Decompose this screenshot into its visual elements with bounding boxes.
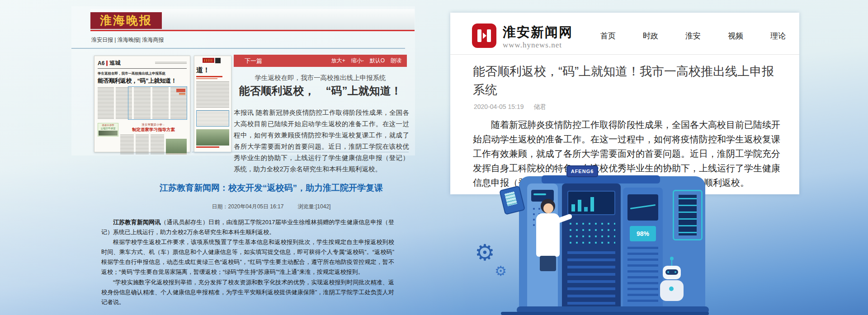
font-smaller-button[interactable]: 缩小-	[351, 57, 364, 65]
mini-headline-fragment: 道！	[196, 66, 229, 75]
article-toolbar: 下一篇 放大+ 缩小- 默认O 朗读	[234, 55, 407, 67]
section-name: 巡城	[109, 59, 120, 67]
related-article-link[interactable]: 江苏教育新闻网：校友开发“返校码”，助力淮工院开学复课	[113, 182, 429, 194]
article-bottom-rule	[192, 152, 409, 152]
second-article-school: 淮安市繁荣小学：	[120, 123, 187, 127]
mini-photo-blur	[196, 129, 229, 146]
masthead-underline	[90, 30, 415, 31]
view-count: 浏览量:[1042]	[298, 203, 331, 210]
nav-item-theory[interactable]: 理论	[770, 31, 786, 41]
article-headline: 能否顺利返校， “码”上就知道！	[234, 84, 407, 98]
machine-label: AFENG6	[566, 165, 598, 177]
indicator-lights	[567, 221, 615, 247]
font-default-button[interactable]: 默认O	[370, 57, 385, 65]
print-subtitle: 学生返校在即，我市一高校推出线上申报系统	[98, 71, 187, 76]
masthead-logo: 淮海晚报	[90, 12, 162, 29]
second-article-title: 制定居家学习指导方案	[120, 127, 187, 133]
paragraph: 根据学校学生返校工作要求，该项系统预置了学生基本信息和返校报到批次，学生按规定自…	[101, 237, 394, 277]
print-headline: 能否顺利返校，“码”上就知道！	[98, 77, 187, 85]
card-article-date: 2020-04-05 15:19	[474, 103, 524, 110]
card-article-title: 能否顺利返校，“码”上就知道！我市一高校推出线上申报系统	[473, 62, 779, 99]
side-monitor	[673, 190, 703, 240]
nav-item-huaian[interactable]: 淮安	[685, 31, 701, 41]
print-body-columns	[98, 87, 187, 119]
section-number: A6	[98, 60, 104, 66]
tech-illustration: AFENG6 98% ⚙ ⚙	[474, 163, 709, 315]
page-canvas: 淮海晚报 淮安日报 | 淮海晚报| 淮海商报 A6 巡城 学生返校在即，我市一高…	[0, 0, 868, 315]
section-divider	[106, 61, 108, 66]
site-logo-icon[interactable]	[472, 24, 496, 48]
bottom-article-body: 江苏教育新闻网讯（通讯员郝存生）日前，由淮阴工学院2017届毕业生徐维林捐赠的学…	[101, 217, 394, 307]
font-larger-button[interactable]: 放大+	[331, 57, 345, 65]
nav-item-video[interactable]: 视频	[728, 31, 743, 41]
nav-item-politics[interactable]: 时政	[643, 31, 658, 41]
badge-photo-blur	[99, 131, 118, 136]
newspaper-section-header: A6 巡城	[98, 59, 187, 67]
article-body: 本报讯 随着新冠肺炎疫情防控工作取得阶段性成果，全国各大高校目前已陆续开始启动学…	[234, 107, 409, 175]
mini-highlight-box	[196, 110, 229, 127]
nav-item-home[interactable]: 首页	[600, 31, 616, 41]
article-date: 日期：2020年04月05日 16:17	[212, 203, 284, 210]
second-article: 停课不停学 云端空中课堂 淮安市繁荣小学： 制定居家学习指导方案	[98, 123, 187, 155]
card-separator	[450, 54, 799, 55]
inline-image-blur	[176, 89, 185, 92]
article-subtitle: 学生返校在即，我市一高校推出线上申报系统	[234, 74, 407, 82]
gear-icon: ⚙	[495, 263, 507, 279]
paragraph: “学校实施数字化返校报到举措，充分发挥了校友资源和数字化技术的优势，实现返校报到…	[101, 277, 394, 307]
mini-text-blur	[196, 81, 229, 108]
machine-top-bar	[542, 175, 660, 183]
site-nav: 首页 时政 淮安 视频 理论	[600, 31, 786, 41]
read-aloud-button[interactable]: 朗读	[391, 57, 401, 65]
paragraph: 江苏教育新闻网讯（通讯员郝存生）日前，由淮阴工学院2017届毕业生徐维林捐赠的学…	[101, 217, 394, 237]
robot-character	[670, 257, 674, 260]
newspaper-page-image: A6 巡城 学生返校在即，我市一高校推出线上申报系统 能否顺利返校，“码”上就知…	[94, 56, 190, 152]
gear-icon: ⚙	[475, 240, 495, 266]
qr-code-blur	[215, 58, 221, 63]
page-date-blur	[155, 62, 187, 65]
header-separator	[71, 48, 405, 49]
card-article-meta: 2020-04-05 15:19 储君	[474, 103, 546, 111]
card-article-author: 储君	[533, 103, 546, 110]
highlight-box	[128, 86, 187, 120]
site-name[interactable]: 淮安新闻网	[503, 24, 573, 42]
gauge-display: 98%	[630, 226, 656, 241]
article-meta: 日期：2020年04月05日 16:17 浏览量:[1042]	[113, 203, 429, 211]
article-photo-blur	[166, 139, 187, 155]
mini-masthead	[203, 58, 214, 63]
masthead-links[interactable]: 淮安日报 | 淮海晚报| 淮海商报	[91, 36, 164, 44]
site-url[interactable]: www.hynews.net	[503, 41, 562, 50]
second-article-columns	[120, 135, 187, 155]
newspaper-thumbnail-strip: 道！	[194, 56, 231, 152]
next-article-button[interactable]: 下一篇	[245, 57, 262, 65]
class-suspension-badge: 停课不停学 云端空中课堂	[98, 123, 118, 136]
section-rule	[98, 68, 187, 69]
